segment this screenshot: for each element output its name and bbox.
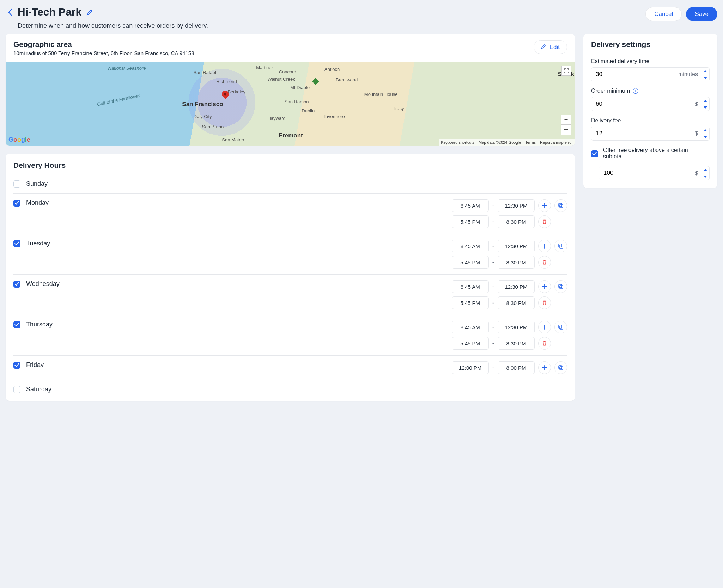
- fullscreen-icon[interactable]: [561, 66, 571, 76]
- time-slot: -: [452, 280, 567, 293]
- day-name: Sunday: [26, 180, 86, 188]
- step-up-icon[interactable]: [701, 127, 709, 134]
- day-name: Monday: [26, 199, 86, 207]
- dash-separator: -: [492, 202, 494, 209]
- day-checkbox[interactable]: [13, 321, 20, 328]
- day-row: Thursday--: [13, 315, 567, 355]
- time-from-input[interactable]: [452, 296, 489, 309]
- time-to-input[interactable]: [498, 240, 535, 252]
- settings-title: Delivery settings: [591, 40, 650, 49]
- map-label: Livermore: [324, 114, 345, 119]
- add-slot-icon[interactable]: [538, 280, 551, 293]
- day-row: Tuesday--: [13, 234, 567, 274]
- est-label: Estimated delivery time: [591, 58, 710, 65]
- time-slot: -: [452, 256, 567, 269]
- delivery-hours-card: Delivery Hours SundayMonday--Tuesday--We…: [6, 154, 575, 401]
- time-to-input[interactable]: [498, 296, 535, 309]
- back-icon[interactable]: [8, 6, 13, 18]
- step-down-icon[interactable]: [701, 173, 709, 180]
- page-subtitle: Determine when and how customers can rec…: [18, 22, 640, 30]
- step-down-icon[interactable]: [701, 134, 709, 140]
- svg-rect-8: [560, 367, 563, 370]
- time-to-input[interactable]: [498, 215, 535, 228]
- delete-slot-icon[interactable]: [538, 296, 551, 309]
- zoom-out-icon[interactable]: −: [561, 125, 571, 135]
- step-down-icon[interactable]: [701, 104, 709, 111]
- quantity-stepper[interactable]: [701, 166, 709, 180]
- map-terms-link[interactable]: Terms: [525, 140, 536, 145]
- map[interactable]: National Seashore Gulf of the Farallones…: [6, 62, 575, 146]
- map-report-link[interactable]: Report a map error: [540, 140, 573, 145]
- order-min-input[interactable]: [591, 97, 695, 111]
- day-name: Wednesday: [26, 280, 86, 288]
- svg-rect-7: [559, 325, 562, 328]
- day-checkbox[interactable]: [13, 386, 20, 393]
- map-label: San Francisco: [182, 101, 223, 108]
- time-from-input[interactable]: [452, 215, 489, 228]
- fee-input[interactable]: [591, 127, 695, 140]
- dash-separator: -: [492, 243, 494, 249]
- time-to-input[interactable]: [498, 337, 535, 350]
- add-slot-icon[interactable]: [538, 361, 551, 374]
- day-slots: -: [92, 361, 567, 374]
- delete-slot-icon[interactable]: [538, 215, 551, 228]
- geographic-area-card: Geographic area 10mi radius of 500 Terry…: [6, 34, 575, 146]
- day-checkbox[interactable]: [13, 240, 20, 247]
- step-down-icon[interactable]: [701, 74, 709, 81]
- offer-checkbox[interactable]: [591, 150, 598, 157]
- save-button[interactable]: Save: [686, 7, 717, 21]
- svg-rect-0: [560, 204, 563, 208]
- hours-title: Delivery Hours: [13, 161, 567, 170]
- quantity-stepper[interactable]: [701, 97, 709, 111]
- step-up-icon[interactable]: [701, 97, 709, 104]
- copy-slot-icon[interactable]: [554, 280, 567, 293]
- geo-edit-button[interactable]: Edit: [534, 40, 567, 54]
- zoom-in-icon[interactable]: +: [561, 115, 571, 125]
- copy-slot-icon[interactable]: [554, 240, 567, 252]
- add-slot-icon[interactable]: [538, 240, 551, 252]
- estimated-time-field: Estimated delivery time minutes: [591, 58, 710, 81]
- time-to-input[interactable]: [498, 256, 535, 269]
- time-to-input[interactable]: [498, 199, 535, 212]
- time-from-input[interactable]: [452, 337, 489, 350]
- add-slot-icon[interactable]: [538, 321, 551, 333]
- page-header: Hi-Tech Park Determine when and how cust…: [6, 6, 717, 34]
- day-checkbox[interactable]: [13, 281, 20, 288]
- step-up-icon[interactable]: [701, 68, 709, 74]
- delete-slot-icon[interactable]: [538, 256, 551, 269]
- delete-slot-icon[interactable]: [538, 337, 551, 350]
- day-checkbox[interactable]: [13, 180, 20, 188]
- quantity-stepper[interactable]: [701, 68, 709, 81]
- quantity-stepper[interactable]: [701, 127, 709, 140]
- page-title[interactable]: Hi-Tech Park: [18, 6, 81, 19]
- cancel-button[interactable]: Cancel: [645, 7, 682, 21]
- time-to-input[interactable]: [498, 321, 535, 333]
- step-up-icon[interactable]: [701, 166, 709, 173]
- time-from-input[interactable]: [452, 256, 489, 269]
- add-slot-icon[interactable]: [538, 199, 551, 212]
- map-label: Antioch: [324, 67, 340, 72]
- time-from-input[interactable]: [452, 240, 489, 252]
- time-slot: -: [452, 361, 567, 374]
- est-time-input[interactable]: [591, 68, 678, 81]
- time-to-input[interactable]: [498, 280, 535, 293]
- copy-slot-icon[interactable]: [554, 361, 567, 374]
- subtotal-input[interactable]: [599, 166, 695, 180]
- time-from-input[interactable]: [452, 280, 489, 293]
- day-checkbox[interactable]: [13, 200, 20, 207]
- day-name: Tuesday: [26, 240, 86, 247]
- dash-separator: -: [492, 283, 494, 290]
- currency-suffix: $: [695, 130, 701, 137]
- edit-title-icon[interactable]: [86, 8, 93, 17]
- day-name: Saturday: [26, 386, 86, 393]
- day-checkbox[interactable]: [13, 362, 20, 369]
- delivery-fee-field: Delivery fee $: [591, 117, 710, 141]
- map-shortcuts-link[interactable]: Keyboard shortcuts: [441, 140, 474, 145]
- time-to-input[interactable]: [498, 361, 535, 374]
- time-from-input[interactable]: [452, 199, 489, 212]
- copy-slot-icon[interactable]: [554, 321, 567, 333]
- time-from-input[interactable]: [452, 361, 489, 374]
- copy-slot-icon[interactable]: [554, 199, 567, 212]
- time-from-input[interactable]: [452, 321, 489, 333]
- info-icon[interactable]: i: [633, 88, 638, 94]
